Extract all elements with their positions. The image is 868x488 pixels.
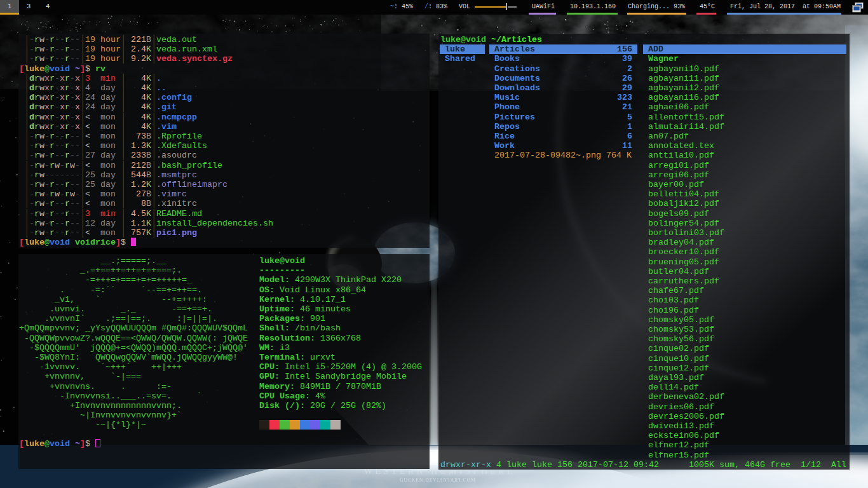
svg-text:GUCKEN.DEVIANTART.COM: GUCKEN.DEVIANTART.COM bbox=[400, 477, 476, 483]
